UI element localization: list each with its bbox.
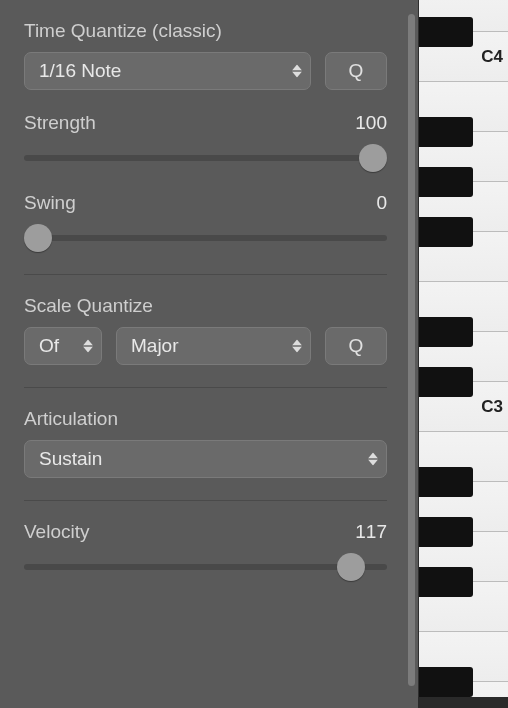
strength-slider-thumb[interactable] bbox=[359, 144, 387, 172]
piano-black-key[interactable] bbox=[419, 567, 473, 597]
articulation-label: Articulation bbox=[24, 408, 118, 430]
piano-black-key[interactable] bbox=[419, 167, 473, 197]
velocity-slider-thumb[interactable] bbox=[337, 553, 365, 581]
piano-black-key[interactable] bbox=[419, 217, 473, 247]
scrollbar[interactable] bbox=[405, 0, 418, 697]
piano-black-key[interactable] bbox=[419, 517, 473, 547]
scale-type-value: Major bbox=[131, 335, 179, 357]
swing-slider[interactable] bbox=[24, 224, 387, 252]
time-quantize-select[interactable]: 1/16 Note bbox=[24, 52, 311, 90]
time-quantize-section: Time Quantize (classic) 1/16 Note Q Stre… bbox=[24, 20, 387, 275]
piano-black-key[interactable] bbox=[419, 667, 473, 697]
velocity-value: 117 bbox=[355, 521, 387, 543]
strength-value: 100 bbox=[355, 112, 387, 134]
strength-label: Strength bbox=[24, 112, 96, 134]
swing-label: Swing bbox=[24, 192, 76, 214]
stepper-icon bbox=[292, 340, 302, 353]
scale-root-value: Of bbox=[39, 335, 59, 357]
inspector-panel: Time Quantize (classic) 1/16 Note Q Stre… bbox=[0, 0, 405, 708]
svg-marker-5 bbox=[292, 347, 302, 353]
swing-slider-thumb[interactable] bbox=[24, 224, 52, 252]
scrollbar-thumb[interactable] bbox=[408, 14, 415, 686]
scale-quantize-label: Scale Quantize bbox=[24, 295, 153, 317]
stepper-icon bbox=[83, 340, 93, 353]
piano-black-key[interactable] bbox=[419, 367, 473, 397]
articulation-select[interactable]: Sustain bbox=[24, 440, 387, 478]
svg-marker-1 bbox=[292, 72, 302, 78]
piano-keyboard[interactable]: C4C3 bbox=[418, 0, 508, 697]
stepper-icon bbox=[292, 65, 302, 78]
strength-slider[interactable] bbox=[24, 144, 387, 172]
piano-black-key[interactable] bbox=[419, 317, 473, 347]
svg-marker-0 bbox=[292, 65, 302, 71]
svg-marker-6 bbox=[368, 453, 378, 459]
svg-marker-3 bbox=[83, 347, 93, 353]
scale-quantize-q-button[interactable]: Q bbox=[325, 327, 387, 365]
articulation-section: Articulation Sustain bbox=[24, 408, 387, 501]
svg-marker-4 bbox=[292, 340, 302, 346]
swing-value: 0 bbox=[376, 192, 387, 214]
stepper-icon bbox=[368, 453, 378, 466]
svg-marker-2 bbox=[83, 340, 93, 346]
velocity-section: Velocity 117 bbox=[24, 521, 387, 603]
articulation-value: Sustain bbox=[39, 448, 102, 470]
scale-root-select[interactable]: Of bbox=[24, 327, 102, 365]
time-quantize-label: Time Quantize (classic) bbox=[24, 20, 222, 42]
piano-black-key[interactable] bbox=[419, 17, 473, 47]
velocity-label: Velocity bbox=[24, 521, 89, 543]
svg-marker-7 bbox=[368, 460, 378, 466]
time-quantize-value: 1/16 Note bbox=[39, 60, 121, 82]
scale-type-select[interactable]: Major bbox=[116, 327, 311, 365]
scale-quantize-section: Scale Quantize Of Major Q bbox=[24, 295, 387, 388]
time-quantize-q-button[interactable]: Q bbox=[325, 52, 387, 90]
velocity-slider[interactable] bbox=[24, 553, 387, 581]
piano-black-key[interactable] bbox=[419, 117, 473, 147]
piano-black-key[interactable] bbox=[419, 467, 473, 497]
